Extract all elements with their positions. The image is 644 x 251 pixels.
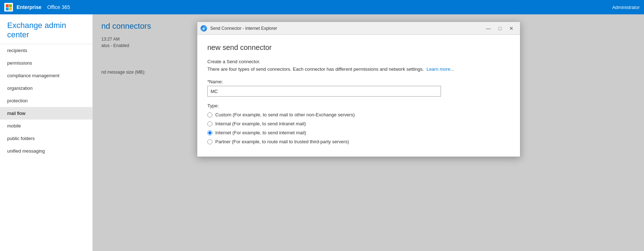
dialog-content: new send connector Create a Send connect… [197,35,520,157]
dialog-controls: — □ ✕ [483,23,517,33]
radio-custom[interactable] [207,112,212,117]
svg-rect-1 [9,4,12,7]
sidebar-item-unified-messaging[interactable]: unified messaging [0,145,92,157]
learn-more-link[interactable]: Learn more... [427,66,454,72]
dialog-title-label: Send Connector - Internet Explorer [210,26,483,31]
ie-icon [201,25,207,32]
app-name: Enterprise [17,4,41,10]
content-area: nd connectors 13:27 AM atus - Enabled nd… [93,14,644,251]
radio-option-internal[interactable]: Internal (For example, to send intranet … [207,121,510,126]
name-label: *Name: [207,79,510,84]
sidebar-header: Exchange admin center [0,14,92,44]
dialog-main-title: new send connector [207,43,510,52]
sidebar-nav: recipients permissions compliance manage… [0,44,92,157]
radio-option-custom[interactable]: Custom (For example, to send mail to oth… [207,112,510,117]
sidebar-item-mail-flow[interactable]: mail flow [0,107,92,120]
svg-rect-3 [9,8,12,10]
svg-rect-2 [6,8,9,10]
user-label: Administrator [608,0,644,14]
type-section: Type: Custom (For example, to send mail … [207,103,510,144]
sidebar-item-organization[interactable]: organization [0,82,92,94]
top-bar: Enterprise Office 365 Administrator [0,0,644,14]
maximize-button[interactable]: □ [494,23,506,33]
sidebar-item-protection[interactable]: protection [0,94,92,107]
radio-internal-label: Internal (For example, to send intranet … [215,121,306,126]
dialog-description-sub-text: There are four types of send connectors.… [207,66,424,72]
app-logo [4,3,13,11]
radio-custom-label: Custom (For example, to send mail to oth… [215,112,355,117]
close-button[interactable]: ✕ [506,23,517,33]
type-label: Type: [207,103,510,108]
sidebar: Exchange admin center recipients permiss… [0,14,93,251]
dialog-description-sub: There are four types of send connectors.… [207,66,510,72]
main-layout: Exchange admin center recipients permiss… [0,14,644,251]
sidebar-item-compliance-management[interactable]: compliance management [0,69,92,82]
radio-partner[interactable] [207,139,212,144]
minimize-button[interactable]: — [483,23,494,33]
sidebar-item-permissions[interactable]: permissions [0,57,92,69]
app-subtitle: Office 365 [47,4,70,10]
dialog-titlebar: Send Connector - Internet Explorer — □ ✕ [197,22,520,35]
radio-option-partner[interactable]: Partner (For example, to route mail to t… [207,139,510,144]
name-input[interactable] [207,86,441,97]
radio-option-internet[interactable]: Internet (For example, to send internet … [207,130,510,135]
radio-internal[interactable] [207,121,212,126]
name-field-group: *Name: [207,79,510,97]
radio-partner-label: Partner (For example, to route mail to t… [215,139,349,144]
sidebar-item-recipients[interactable]: recipients [0,44,92,57]
sidebar-item-mobile[interactable]: mobile [0,120,92,132]
dialog-icon [200,25,207,32]
radio-internet-label: Internet (For example, to send internet … [215,130,306,135]
sidebar-item-public-folders[interactable]: public folders [0,132,92,145]
svg-rect-0 [6,4,9,7]
dialog-description: Create a Send connector. [207,59,510,64]
dialog-window: Send Connector - Internet Explorer — □ ✕… [197,22,520,157]
radio-internet[interactable] [207,130,212,135]
